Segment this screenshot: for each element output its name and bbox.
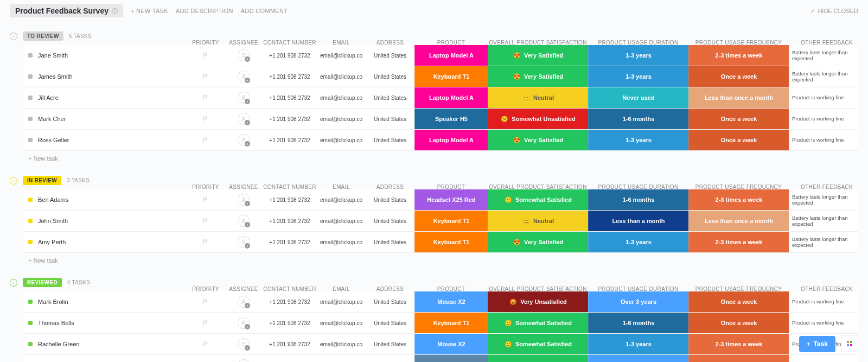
frequency-cell[interactable]: 2-3 times a week	[688, 232, 789, 252]
address-cell[interactable]: United States	[366, 232, 414, 252]
feedback-cell[interactable]: Battery lasts longer than expected	[789, 232, 865, 252]
assignee-cell[interactable]	[225, 291, 263, 312]
address-cell[interactable]: United States	[366, 130, 414, 150]
feedback-cell[interactable]: Product is working fine	[789, 313, 865, 333]
table-row[interactable]: Ben Adams+1 201 908 2732email@clickup.co…	[24, 189, 858, 211]
status-pill[interactable]: TO REVIEW	[23, 31, 63, 41]
add-column-icon[interactable]: ⊕	[865, 184, 868, 190]
assignee-cell[interactable]	[225, 211, 263, 231]
product-cell[interactable]: Keyboard T1	[414, 313, 488, 333]
task-name-cell[interactable]: Mark Brolin	[24, 291, 187, 312]
address-cell[interactable]: United States	[366, 109, 414, 129]
satisfaction-cell[interactable]: 😐Neutral	[488, 87, 588, 108]
email-cell[interactable]: email@clickup.co	[317, 211, 366, 231]
duration-cell[interactable]: 1-3 years	[588, 45, 688, 66]
frequency-cell[interactable]: Once a week	[688, 313, 789, 333]
assignee-cell[interactable]	[225, 66, 263, 87]
task-name-cell[interactable]: Ben Adams	[24, 189, 187, 210]
task-fab-button[interactable]: + Task	[799, 336, 835, 352]
duration-cell[interactable]: 1-3 years	[588, 334, 688, 354]
duration-cell[interactable]: 1-6 months	[588, 109, 688, 129]
email-cell[interactable]: email@clickup.co	[317, 232, 366, 252]
assignee-cell[interactable]	[225, 355, 263, 362]
product-cell[interactable]: Laptop Model A	[414, 130, 488, 150]
add-column-icon[interactable]: ⊕	[865, 286, 868, 292]
priority-cell[interactable]	[187, 87, 225, 108]
product-cell[interactable]: Laptop Model A	[414, 45, 488, 66]
duration-cell[interactable]: Never used	[588, 87, 688, 108]
email-cell[interactable]: email@clickup.co	[317, 355, 366, 362]
product-cell[interactable]: Monitor - 24"	[414, 355, 488, 362]
assignee-cell[interactable]	[225, 130, 263, 150]
duration-cell[interactable]: Less than a month	[588, 211, 688, 231]
address-cell[interactable]: United States	[366, 355, 414, 362]
priority-cell[interactable]	[187, 232, 225, 252]
frequency-cell[interactable]: Less than once a month	[688, 211, 789, 231]
priority-cell[interactable]	[187, 211, 225, 231]
priority-cell[interactable]	[187, 355, 225, 362]
address-cell[interactable]: United States	[366, 211, 414, 231]
assignee-cell[interactable]	[225, 232, 263, 252]
product-cell[interactable]: Keyboard T1	[414, 66, 488, 87]
email-cell[interactable]: email@clickup.co	[317, 87, 366, 108]
address-cell[interactable]: United States	[366, 334, 414, 354]
status-pill[interactable]: IN REVIEW	[23, 176, 61, 185]
task-name-cell[interactable]: Amy Perth	[24, 232, 187, 252]
frequency-cell[interactable]: Less than once a month	[688, 87, 789, 108]
table-row[interactable]: Jane Smith+1 201 908 2732email@clickup.c…	[24, 45, 858, 66]
satisfaction-cell[interactable]: 😍Very Satisfied	[488, 66, 588, 87]
email-cell[interactable]: email@clickup.co	[317, 291, 366, 312]
contact-cell[interactable]: +1 201 908 2732	[263, 45, 317, 66]
table-row[interactable]: Thomas Bells+1 201 908 2732email@clickup…	[24, 313, 858, 334]
feedback-cell[interactable]: Battery lasts longer than expected	[789, 211, 865, 231]
email-cell[interactable]: email@clickup.co	[317, 189, 366, 210]
duration-cell[interactable]: 1-6 months	[588, 189, 688, 210]
new-task-button[interactable]: + New task	[28, 253, 858, 268]
apps-button[interactable]	[841, 335, 858, 352]
task-name-cell[interactable]: Jane Smith	[24, 45, 187, 66]
contact-cell[interactable]: +1 201 908 2732	[263, 232, 317, 252]
feedback-cell[interactable]: Battery lasts longer than expected	[789, 189, 865, 210]
status-pill[interactable]: REVIEWED	[23, 278, 62, 287]
task-name-cell[interactable]: Ross Geller	[24, 130, 187, 150]
task-name-cell[interactable]: Jonathan Wales	[24, 355, 187, 362]
email-cell[interactable]: email@clickup.co	[317, 109, 366, 129]
feedback-cell[interactable]: Product is working fine	[789, 87, 865, 108]
duration-cell[interactable]: 1-3 years	[588, 66, 688, 87]
satisfaction-cell[interactable]: 😍Very Satisfied	[488, 130, 588, 150]
product-cell[interactable]: Laptop Model A	[414, 87, 488, 108]
feedback-cell[interactable]: Product is working fine	[789, 130, 865, 150]
contact-cell[interactable]: +1 201 908 2732	[263, 211, 317, 231]
priority-cell[interactable]	[187, 291, 225, 312]
frequency-cell[interactable]: Once a week	[688, 291, 789, 312]
email-cell[interactable]: email@clickup.co	[317, 130, 366, 150]
duration-cell[interactable]: 1-3 years	[588, 130, 688, 150]
frequency-cell[interactable]: 2-3 times a week	[688, 334, 789, 354]
priority-cell[interactable]	[187, 45, 225, 66]
priority-cell[interactable]	[187, 109, 225, 129]
product-cell[interactable]: Mouse X2	[414, 291, 488, 312]
add-comment-button[interactable]: ADD COMMENT	[241, 8, 288, 14]
email-cell[interactable]: email@clickup.co	[317, 313, 366, 333]
product-cell[interactable]: Mouse X2	[414, 334, 488, 354]
new-task-button[interactable]: + New task	[28, 151, 858, 166]
address-cell[interactable]: United States	[366, 45, 414, 66]
duration-cell[interactable]: 1-3 years	[588, 232, 688, 252]
contact-cell[interactable]: +1 201 908 2732	[263, 313, 317, 333]
satisfaction-cell[interactable]: 😕Somewhat Unsatisfied	[488, 109, 588, 129]
task-name-cell[interactable]: James Smith	[24, 66, 187, 87]
address-cell[interactable]: United States	[366, 291, 414, 312]
contact-cell[interactable]: +1 201 908 2732	[263, 355, 317, 362]
collapse-icon[interactable]: ⌄	[10, 33, 17, 40]
satisfaction-cell[interactable]: 😡Very Unsatisfied	[488, 291, 588, 312]
table-row[interactable]: Ross Geller+1 201 908 2732email@clickup.…	[24, 130, 858, 151]
table-row[interactable]: Amy Perth+1 201 908 2732email@clickup.co…	[24, 232, 858, 253]
table-row[interactable]: John Smith+1 201 908 2732email@clickup.c…	[24, 211, 858, 232]
priority-cell[interactable]	[187, 66, 225, 87]
address-cell[interactable]: United States	[366, 313, 414, 333]
task-name-cell[interactable]: Mark Cher	[24, 109, 187, 129]
feedback-cell[interactable]: Battery lasts longer than expected	[789, 45, 865, 66]
contact-cell[interactable]: +1 201 908 2732	[263, 66, 317, 87]
priority-cell[interactable]	[187, 189, 225, 210]
collapse-icon[interactable]: ⌄	[10, 177, 17, 185]
